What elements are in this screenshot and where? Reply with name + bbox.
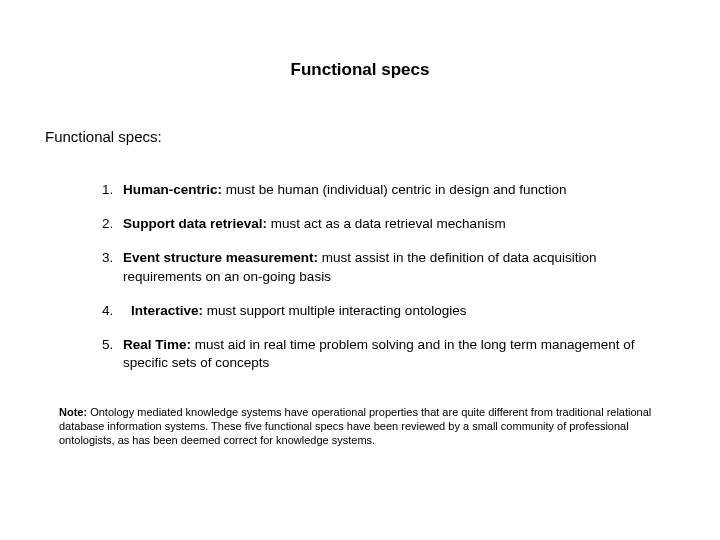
spec-item-4: Interactive: must support multiple inter…: [117, 302, 675, 320]
spec-label: Real Time:: [123, 337, 191, 352]
spec-item-1: Human-centric: must be human (individual…: [117, 181, 675, 199]
spec-text: must be human (individual) centric in de…: [222, 182, 566, 197]
spec-label: Event structure measurement:: [123, 250, 318, 265]
spec-item-5: Real Time: must aid in real time problem…: [117, 336, 675, 372]
spec-label: Support data retrieval:: [123, 216, 267, 231]
page-title: Functional specs: [45, 60, 675, 80]
spec-item-3: Event structure measurement: must assist…: [117, 249, 675, 285]
footnote: Note: Ontology mediated knowledge system…: [45, 405, 675, 448]
footnote-label: Note:: [59, 406, 87, 418]
spec-text: must act as a data retrieval mechanism: [267, 216, 506, 231]
spec-list: Human-centric: must be human (individual…: [45, 181, 675, 373]
spec-text: must support multiple interacting ontolo…: [203, 303, 466, 318]
footnote-text: Ontology mediated knowledge systems have…: [59, 406, 651, 447]
spec-item-2: Support data retrieval: must act as a da…: [117, 215, 675, 233]
section-subtitle: Functional specs:: [45, 128, 675, 145]
spec-label: Interactive:: [131, 303, 203, 318]
spec-label: Human-centric:: [123, 182, 222, 197]
spec-text: must aid in real time problem solving an…: [123, 337, 635, 370]
